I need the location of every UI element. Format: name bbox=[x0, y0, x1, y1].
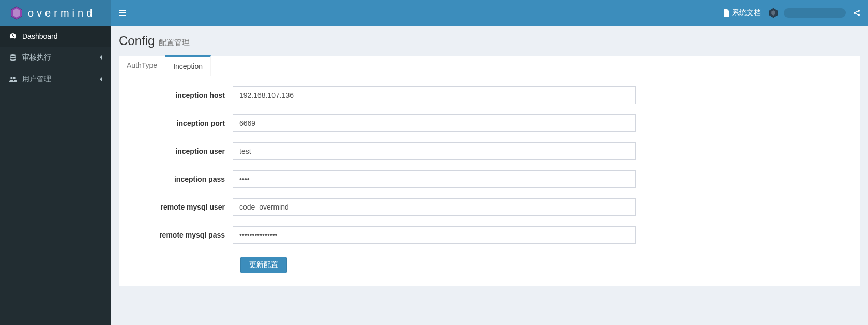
sidebar-menu: Dashboard 审核执行 用户管理 bbox=[0, 26, 111, 90]
page-title: Config bbox=[119, 34, 155, 48]
username-pill bbox=[784, 8, 846, 18]
tab-label: AuthType bbox=[127, 61, 157, 69]
docs-link[interactable]: 系统文档 bbox=[723, 8, 761, 18]
brand-logo[interactable]: overmind bbox=[0, 0, 111, 26]
form-row-inception-port: inception port bbox=[132, 114, 847, 132]
svg-point-12 bbox=[858, 14, 860, 16]
user-menu[interactable] bbox=[768, 8, 846, 18]
form-label: inception user bbox=[132, 147, 233, 155]
form-row-inception-user: inception user bbox=[132, 142, 847, 160]
form-row-remote-mysql-pass: remote mysql pass bbox=[132, 226, 847, 244]
remote-mysql-user-input[interactable] bbox=[233, 198, 636, 216]
svg-rect-5 bbox=[119, 10, 126, 11]
svg-point-2 bbox=[10, 54, 16, 56]
inception-user-input[interactable] bbox=[233, 142, 636, 160]
chevron-left-icon bbox=[99, 77, 103, 81]
svg-rect-7 bbox=[119, 15, 126, 16]
share-button[interactable] bbox=[853, 9, 860, 17]
svg-point-3 bbox=[10, 77, 12, 79]
svg-line-13 bbox=[856, 11, 858, 13]
main: 系统文档 Config 配置管理 bbox=[111, 0, 868, 325]
brand-icon bbox=[9, 6, 24, 20]
svg-point-11 bbox=[858, 10, 860, 12]
tabs: AuthType Inception bbox=[119, 56, 860, 76]
sidebar-item-dashboard[interactable]: Dashboard bbox=[0, 26, 111, 47]
chevron-left-icon bbox=[99, 55, 103, 60]
config-box: AuthType Inception inception host incept… bbox=[119, 56, 860, 286]
page-subtitle: 配置管理 bbox=[159, 38, 190, 47]
form-row-inception-host: inception host bbox=[132, 86, 847, 104]
file-icon bbox=[723, 9, 730, 17]
sidebar-item-audit[interactable]: 审核执行 bbox=[0, 47, 111, 68]
form-row-inception-pass: inception pass bbox=[132, 170, 847, 188]
dashboard-icon bbox=[8, 33, 18, 40]
sidebar-item-label: Dashboard bbox=[22, 32, 103, 40]
remote-mysql-pass-input[interactable] bbox=[233, 226, 636, 244]
user-avatar-icon bbox=[768, 8, 779, 18]
topbar: 系统文档 bbox=[111, 0, 868, 26]
form-label: inception host bbox=[132, 91, 233, 99]
share-icon bbox=[853, 9, 860, 17]
inception-pass-input[interactable] bbox=[233, 170, 636, 188]
form-label: remote mysql pass bbox=[132, 231, 233, 239]
form-row-remote-mysql-user: remote mysql user bbox=[132, 198, 847, 216]
tab-label: Inception bbox=[173, 62, 203, 70]
inception-port-input[interactable] bbox=[233, 114, 636, 132]
sidebar-item-users[interactable]: 用户管理 bbox=[0, 68, 111, 90]
hamburger-icon[interactable] bbox=[119, 9, 126, 17]
config-form: inception host inception port inception … bbox=[119, 76, 860, 286]
submit-button[interactable]: 更新配置 bbox=[240, 257, 287, 273]
tab-authtype[interactable]: AuthType bbox=[119, 56, 165, 76]
sidebar-item-label: 用户管理 bbox=[22, 75, 99, 84]
sidebar-item-label: 审核执行 bbox=[22, 53, 99, 62]
content: AuthType Inception inception host incept… bbox=[111, 48, 868, 294]
database-icon bbox=[8, 54, 18, 61]
form-label: inception pass bbox=[132, 175, 233, 183]
inception-host-input[interactable] bbox=[233, 86, 636, 104]
brand-text: overmind bbox=[28, 7, 95, 19]
tab-inception[interactable]: Inception bbox=[165, 55, 211, 76]
form-label: remote mysql user bbox=[132, 203, 233, 211]
svg-line-14 bbox=[856, 13, 858, 15]
content-header: Config 配置管理 bbox=[111, 26, 868, 48]
docs-label: 系统文档 bbox=[732, 8, 761, 18]
users-icon bbox=[8, 76, 18, 83]
form-label: inception port bbox=[132, 119, 233, 127]
svg-rect-6 bbox=[119, 12, 126, 13]
sidebar: overmind Dashboard 审核执行 bbox=[0, 0, 111, 325]
svg-point-4 bbox=[13, 77, 15, 79]
